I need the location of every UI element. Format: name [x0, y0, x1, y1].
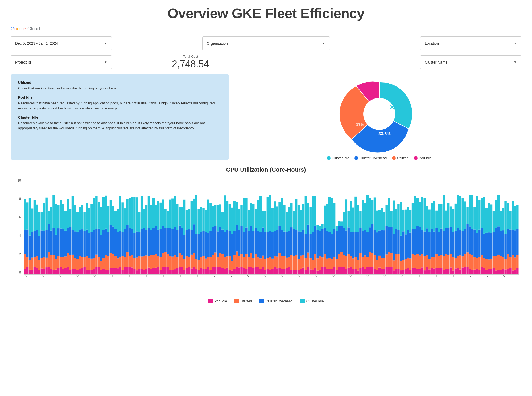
- svg-rect-542: [343, 255, 345, 267]
- svg-rect-324: [212, 206, 214, 227]
- svg-rect-720: [447, 203, 449, 228]
- svg-rect-60: [55, 204, 57, 235]
- svg-rect-437: [281, 269, 283, 274]
- svg-rect-377: [245, 269, 247, 274]
- svg-rect-244: [164, 209, 166, 228]
- svg-rect-572: [359, 211, 361, 228]
- svg-rect-204: [141, 196, 143, 229]
- svg-rect-835: [516, 229, 518, 255]
- svg-rect-184: [129, 198, 131, 228]
- svg-rect-144: [105, 196, 107, 229]
- svg-rect-347: [226, 230, 228, 256]
- svg-rect-639: [400, 236, 402, 261]
- svg-rect-775: [481, 228, 483, 255]
- svg-rect-834: [516, 255, 518, 268]
- location-filter[interactable]: Location ▼: [420, 36, 521, 50]
- svg-rect-118: [90, 259, 93, 270]
- svg-rect-254: [171, 257, 174, 270]
- svg-rect-515: [326, 231, 328, 259]
- svg-rect-454: [290, 255, 292, 270]
- svg-rect-436: [278, 202, 281, 226]
- bar-chart-legend: Pod Idle Utilized Cluster Overhead Clust…: [11, 299, 521, 303]
- svg-rect-43: [45, 230, 47, 258]
- svg-rect-659: [412, 229, 414, 254]
- svg-rect-781: [485, 270, 488, 274]
- svg-rect-525: [333, 267, 335, 274]
- bar-utilized-icon: [234, 299, 239, 303]
- svg-rect-742: [462, 256, 464, 267]
- svg-rect-198: [138, 256, 140, 269]
- svg-rect-559: [352, 232, 354, 258]
- svg-rect-484: [307, 203, 309, 224]
- svg-rect-571: [359, 228, 361, 253]
- svg-rect-98: [79, 256, 81, 269]
- svg-rect-53: [52, 270, 55, 274]
- svg-rect-795: [493, 232, 495, 256]
- svg-rect-414: [267, 258, 269, 269]
- svg-rect-705: [440, 268, 442, 274]
- svg-rect-317: [209, 270, 212, 274]
- svg-rect-178: [126, 252, 128, 267]
- svg-rect-716: [445, 211, 447, 228]
- cluster-idle-title: Cluster Idle: [18, 115, 221, 119]
- svg-rect-302: [200, 257, 202, 268]
- svg-rect-103: [81, 229, 83, 257]
- project-id-filter[interactable]: Project Id ▼: [11, 55, 112, 69]
- svg-rect-508: [321, 224, 323, 229]
- svg-rect-172: [121, 202, 123, 232]
- svg-rect-503: [319, 231, 321, 256]
- svg-rect-776: [481, 198, 483, 228]
- svg-rect-96: [76, 212, 79, 232]
- svg-rect-86: [72, 255, 74, 269]
- svg-rect-798: [495, 256, 497, 270]
- svg-rect-569: [359, 268, 361, 274]
- date-range-filter[interactable]: Dec 5, 2023 - Jan 1, 2024 ▼: [11, 36, 112, 50]
- svg-rect-201: [141, 269, 143, 274]
- svg-rect-33: [41, 268, 43, 274]
- svg-rect-738: [459, 255, 461, 269]
- svg-rect-666: [416, 254, 419, 269]
- svg-rect-381: [248, 267, 250, 274]
- svg-rect-684: [426, 206, 428, 228]
- svg-rect-565: [357, 270, 359, 274]
- svg-rect-335: [219, 227, 221, 253]
- svg-rect-426: [274, 256, 276, 267]
- svg-rect-697: [435, 268, 438, 274]
- svg-rect-481: [307, 267, 309, 274]
- y-label-4: 4: [19, 234, 21, 238]
- svg-point-0: [363, 98, 395, 130]
- svg-rect-383: [248, 231, 250, 257]
- bar-cluster-idle-icon: [300, 299, 305, 303]
- svg-rect-273: [183, 270, 185, 274]
- svg-rect-37: [43, 269, 45, 274]
- svg-rect-342: [224, 257, 226, 269]
- svg-rect-385: [250, 267, 252, 274]
- svg-rect-22: [34, 257, 36, 267]
- svg-rect-744: [462, 198, 464, 231]
- svg-rect-155: [112, 226, 114, 254]
- svg-rect-582: [366, 257, 369, 267]
- svg-rect-713: [445, 269, 447, 274]
- svg-rect-790: [490, 259, 492, 269]
- svg-rect-329: [217, 267, 219, 274]
- svg-rect-163: [117, 232, 119, 258]
- svg-rect-415: [267, 232, 269, 258]
- cluster-name-filter[interactable]: Cluster Name ▼: [420, 55, 521, 69]
- svg-rect-316: [207, 200, 209, 233]
- svg-rect-563: [354, 232, 357, 257]
- svg-rect-610: [383, 258, 385, 269]
- svg-rect-640: [400, 202, 402, 235]
- svg-rect-645: [405, 269, 407, 274]
- svg-rect-73: [64, 268, 67, 274]
- svg-rect-67: [60, 228, 62, 257]
- svg-rect-604: [378, 210, 381, 231]
- svg-rect-229: [157, 267, 159, 274]
- organization-filter[interactable]: Organization ▼: [202, 36, 330, 50]
- svg-rect-12: [26, 202, 28, 229]
- svg-rect-241: [164, 267, 166, 274]
- svg-rect-438: [281, 256, 283, 269]
- svg-rect-541: [343, 267, 345, 274]
- svg-rect-501: [319, 270, 321, 274]
- pod-idle-dot: [414, 156, 418, 160]
- svg-rect-606: [381, 258, 383, 269]
